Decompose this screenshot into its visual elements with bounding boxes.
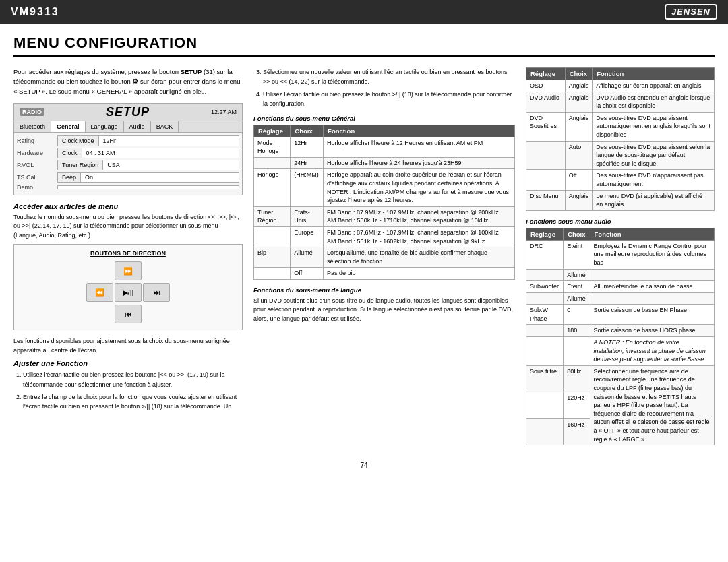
cell-choix: Anglais xyxy=(565,80,593,92)
cell-reglage xyxy=(526,418,564,445)
cell-fonction: Sélectionner une fréquence aire de recou… xyxy=(590,365,714,445)
cell-reglage xyxy=(254,268,291,280)
cell-fonction xyxy=(590,269,714,281)
table-row: Off Pas de bip xyxy=(254,268,515,280)
setup-row-tscal: TS Cal Beep On xyxy=(17,172,239,183)
row-label-hardware: Hardware xyxy=(17,150,57,156)
cell-fonction: A NOTER : En fonction de votre installat… xyxy=(590,337,714,366)
cell-fonction: Des sous-titres DVD apparaissent automat… xyxy=(593,112,715,141)
nav-language[interactable]: Language xyxy=(86,121,124,132)
setup-rows: Rating Clock Mode 12Hr Hardware Clock 04… xyxy=(14,133,242,195)
cell-fonction: Lorsqu'allumé, une tonalité de bip audib… xyxy=(324,247,515,268)
row-label-pvol: P.VOL xyxy=(17,162,57,168)
table-row: Subwoofer Eteint Allumer/éteindre le cai… xyxy=(526,281,715,293)
cell-choix: 120Hz xyxy=(564,392,590,418)
right-table2: Réglage Choix Fonction DRC Eteint Employ… xyxy=(526,228,715,445)
cell-choix: Off xyxy=(565,170,593,190)
direction-grid: ⏩ ⏪ ▶/|| ⏭ ⏮ xyxy=(20,261,237,324)
rt1-col-choix: Choix xyxy=(565,68,593,80)
clockmode-value: 12Hr xyxy=(99,136,121,146)
dir-btn-skip-back[interactable]: ⏮ xyxy=(115,305,142,323)
setup-nav: Bluetooth General Language Audio BACK xyxy=(14,121,242,133)
cell-fonction: Horloge afficher l'heure à 12 Heures en … xyxy=(324,137,515,157)
setup-panel: RADIO SETUP 12:27 AM Bluetooth General L… xyxy=(13,103,243,195)
cell-choix: 0 xyxy=(564,305,590,325)
cell-choix: 24Hr xyxy=(291,157,324,169)
table-row: A NOTER : En fonction de votre installat… xyxy=(526,337,715,366)
cell-choix: Anglais xyxy=(565,190,593,210)
cell-choix: Allumé xyxy=(564,269,590,281)
cell-choix: Anglais xyxy=(565,92,593,112)
fonctions-langue-title: Fonctions du sous-menu de langue xyxy=(253,286,515,294)
cell-reglage xyxy=(526,170,566,190)
step-4: Utilisez l'écran tactile ou bien pressez… xyxy=(263,90,515,109)
table-row: Off Des sous-titres DVD n'apparaissent p… xyxy=(526,170,715,190)
cell-choix: Allumé xyxy=(564,292,590,305)
page-number: 74 xyxy=(13,462,715,469)
ajuster-step-1: Utilisez l'écran tactile ou bien pressez… xyxy=(23,370,243,389)
ajuster-steps: Utilisez l'écran tactile ou bien pressez… xyxy=(13,370,243,412)
cell-choix: 180 xyxy=(564,325,590,337)
nav-bluetooth[interactable]: Bluetooth xyxy=(14,121,51,132)
dir-btn-skip-fwd[interactable]: ⏭ xyxy=(143,283,170,302)
cell-reglage: Horloge xyxy=(254,169,291,206)
cell-fonction: Horloge affiche l'heure à 24 heures jusq… xyxy=(324,157,515,169)
cell-choix: 160Hz xyxy=(564,418,590,445)
dir-btn-rw[interactable]: ⏪ xyxy=(86,283,113,302)
cell-choix: Etats-Unis xyxy=(291,206,324,226)
cell-fonction: Affichage sur écran apparaît en anglais xyxy=(593,80,715,92)
cell-fonction: FM Band : 87.6MHz - 107.9MHz, channel se… xyxy=(324,226,515,247)
tuner-value: USA xyxy=(103,160,124,170)
cell-reglage xyxy=(526,269,564,281)
cell-reglage: Disc Menu xyxy=(526,190,566,210)
cell-reglage xyxy=(526,337,564,366)
direction-box-title: BOUTONS DE DIRECTION xyxy=(20,250,237,257)
fonctions-langue-body: Si un DVD soutient plus d'un sous-titre … xyxy=(253,296,515,324)
cell-choix: Off xyxy=(291,268,324,280)
beep-value: On xyxy=(81,173,97,182)
table-row: Europe FM Band : 87.6MHz - 107.9MHz, cha… xyxy=(254,226,515,247)
cell-fonction: DVD Audio est entendu en anglais lorsque… xyxy=(593,92,715,112)
table-row: Sous filtre 80Hz Sélectionner une fréque… xyxy=(526,365,715,392)
fonctions-audio-title: Fonctions sous-menu audio xyxy=(526,218,715,225)
table-row: Horloge (HH:MM) Horloge apparaît au coin… xyxy=(254,169,515,206)
row-inner-demo xyxy=(57,185,239,189)
row-inner-tuner: Tuner Region USA xyxy=(57,160,239,170)
table-row: Bip Allumé Lorsqu'allumé, une tonalité d… xyxy=(254,247,515,268)
rt2-col-reglage: Réglage xyxy=(526,228,564,240)
cell-reglage: DVD Audio xyxy=(526,92,566,112)
cell-choix: 80Hz xyxy=(564,365,590,392)
dir-btn-ff[interactable]: ⏩ xyxy=(115,261,142,280)
setup-row-hardware: Hardware Clock 04 : 31 AM xyxy=(17,148,239,158)
cell-fonction: Allumer/éteindre le caisson de basse xyxy=(590,281,714,293)
setup-row-demo: Demo xyxy=(17,184,239,191)
table-row: Allumé xyxy=(526,292,715,305)
clock-label: Clock xyxy=(58,148,82,158)
nav-general[interactable]: General xyxy=(51,121,86,132)
table-row: Disc Menu Anglais Le menu DVD (si applic… xyxy=(526,190,715,210)
cell-fonction: Des sous-titres DVD apparaissent selon l… xyxy=(593,141,715,170)
direction-box: BOUTONS DE DIRECTION ⏩ ⏪ ▶/|| ⏭ ⏮ xyxy=(13,244,243,330)
cell-choix: Anglais xyxy=(565,112,593,141)
rt2-col-fonction: Fonction xyxy=(590,228,714,240)
setup-label: SETUP xyxy=(106,105,150,119)
cell-choix: Eteint xyxy=(564,281,590,293)
nav-audio[interactable]: Audio xyxy=(124,121,151,132)
dir-btn-play[interactable]: ▶/|| xyxy=(115,283,142,302)
cell-choix: Europe xyxy=(291,226,324,247)
tuner-label: Tuner Region xyxy=(58,160,103,170)
beep-label: Beep xyxy=(58,173,81,182)
cell-reglage: Sub.W Phase xyxy=(526,305,564,325)
row-label-tscal: TS Cal xyxy=(17,174,57,181)
cell-choix: Auto xyxy=(565,141,593,170)
cell-choix: 12Hr xyxy=(291,137,324,157)
nav-back[interactable]: BACK xyxy=(151,121,179,132)
cell-reglage xyxy=(254,157,291,169)
cell-fonction: FM Band : 87.9MHz - 107.9MHz, channel se… xyxy=(324,206,515,226)
table-row: 180 Sortie caisson de basse HORS phase xyxy=(526,325,715,337)
cell-choix: (HH:MM) xyxy=(291,169,324,206)
right-table1: Réglage Choix Fonction OSD Anglais Affic… xyxy=(526,67,715,211)
setup-time: 12:27 AM xyxy=(211,108,237,115)
setup-panel-header: RADIO SETUP 12:27 AM xyxy=(14,104,242,121)
row-inner-clockmode: Clock Mode 12Hr xyxy=(57,135,239,146)
